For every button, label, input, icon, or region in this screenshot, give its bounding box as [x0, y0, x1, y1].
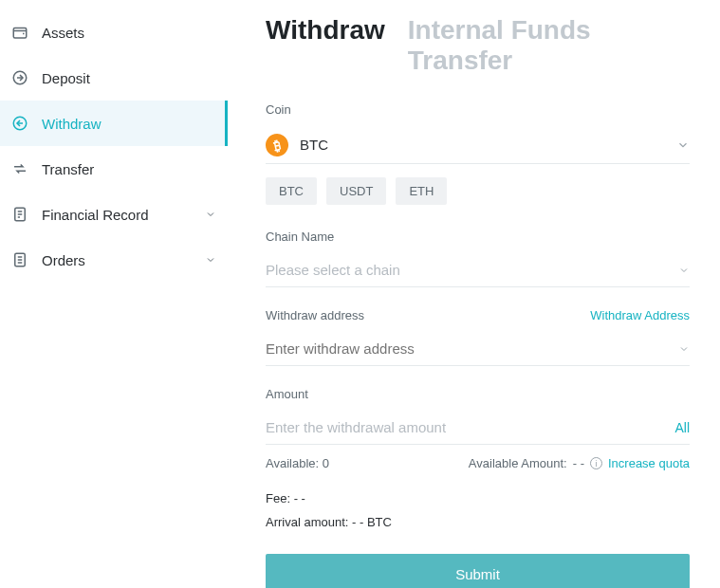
field-chain: Chain Name Please select a chain: [266, 230, 690, 287]
sidebar-item-assets[interactable]: Assets: [0, 9, 228, 55]
deposit-icon: [11, 69, 28, 86]
chevron-down-icon: [205, 254, 216, 266]
amount-input-row: All: [266, 411, 690, 445]
amount-label: Amount: [266, 387, 690, 401]
coin-quick-chips: BTC USDT ETH: [266, 177, 690, 205]
chip-eth[interactable]: ETH: [396, 177, 447, 205]
chevron-down-icon: [678, 265, 690, 276]
sidebar-item-label: Assets: [42, 25, 216, 41]
chevron-down-icon: [676, 138, 690, 152]
chain-label: Chain Name: [266, 230, 690, 244]
info-icon[interactable]: i: [590, 457, 602, 469]
btc-icon: ₿: [264, 131, 290, 157]
available-amount-label: Available Amount:: [469, 456, 567, 470]
chip-btc[interactable]: BTC: [266, 177, 317, 205]
sidebar-item-label: Deposit: [42, 70, 216, 86]
increase-quota-link[interactable]: Increase quota: [608, 456, 690, 470]
amount-input[interactable]: [266, 419, 665, 435]
orders-icon: [11, 251, 28, 268]
chip-usdt[interactable]: USDT: [326, 177, 386, 205]
sidebar-item-label: Orders: [42, 252, 205, 268]
amount-all-button[interactable]: All: [674, 420, 690, 435]
chevron-down-icon: [205, 209, 216, 220]
sidebar-item-orders[interactable]: Orders: [0, 237, 228, 283]
field-coin: Coin ₿ BTC BTC USDT ETH: [266, 102, 690, 205]
chain-select[interactable]: Please select a chain: [266, 253, 690, 287]
sidebar-item-financial-record[interactable]: Financial Record: [0, 192, 228, 237]
available-amount-block: Available Amount: - - i Increase quota: [469, 456, 690, 470]
submit-button[interactable]: Submit: [266, 554, 690, 588]
withdraw-address-link[interactable]: Withdraw Address: [590, 308, 690, 322]
sidebar: Assets Deposit Withdraw Transfer Financi…: [0, 0, 228, 588]
tab-withdraw[interactable]: Withdraw: [266, 15, 385, 46]
main-content: Withdraw Internal Funds Transfer Coin ₿ …: [228, 0, 720, 588]
chevron-down-icon: [678, 343, 690, 355]
sidebar-item-deposit[interactable]: Deposit: [0, 55, 228, 101]
transfer-icon: [11, 160, 28, 177]
address-label: Withdraw address: [266, 308, 364, 322]
address-input-row[interactable]: [266, 332, 690, 366]
wallet-icon: [11, 24, 28, 41]
tabs: Withdraw Internal Funds Transfer: [266, 15, 690, 76]
arrival-line: Arrival amount: - - BTC: [266, 515, 690, 529]
available-amount-value: - -: [573, 456, 584, 470]
coin-select[interactable]: ₿ BTC: [266, 126, 690, 164]
field-address: Withdraw address Withdraw Address: [266, 308, 690, 366]
sidebar-item-transfer[interactable]: Transfer: [0, 146, 228, 192]
sidebar-item-withdraw[interactable]: Withdraw: [0, 101, 228, 146]
available-text: Available: 0: [266, 456, 329, 470]
record-icon: [11, 206, 28, 223]
fee-line: Fee: - -: [266, 491, 690, 505]
svg-rect-0: [13, 28, 27, 39]
sidebar-item-label: Financial Record: [42, 207, 205, 223]
field-amount: Amount All Available: 0 Available Amount…: [266, 387, 690, 470]
withdraw-icon: [11, 115, 28, 132]
chain-placeholder: Please select a chain: [266, 262, 678, 278]
tab-internal-transfer[interactable]: Internal Funds Transfer: [408, 15, 690, 76]
address-input[interactable]: [266, 340, 678, 357]
coin-label: Coin: [266, 102, 690, 117]
sidebar-item-label: Withdraw: [42, 116, 216, 132]
sidebar-item-label: Transfer: [42, 161, 216, 177]
coin-selected-value: BTC: [300, 137, 676, 153]
